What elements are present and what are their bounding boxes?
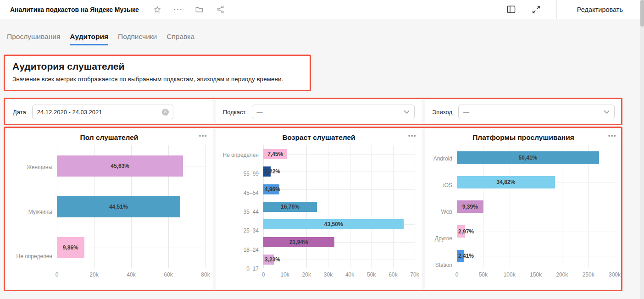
date-range-input[interactable]: 24.12.2020 - 24.03.2021 ✕ <box>32 105 173 119</box>
bar[interactable]: 45,63% <box>57 155 183 177</box>
axis-tick-label: 150k <box>530 271 542 278</box>
podcast-select[interactable]: — <box>252 105 415 119</box>
chart-title: Возраст слушателей <box>216 133 422 142</box>
x-axis: 020k40k60k80k <box>57 268 205 278</box>
chart-title: Платформы прослушивания <box>425 133 622 142</box>
dashboard-title: Аналитика подкастов на Яндекс Музыке <box>10 6 139 13</box>
dashboard-tabs: Прослушивания Аудитория Подписчики Справ… <box>7 33 194 45</box>
bar[interactable]: 7,45% <box>263 149 287 159</box>
bar[interactable]: 4,96% <box>263 184 279 194</box>
share-icon[interactable] <box>216 5 225 14</box>
bar[interactable]: 34,82% <box>457 176 555 188</box>
episode-select[interactable]: — <box>458 105 615 119</box>
scrollbar-track[interactable] <box>640 0 644 299</box>
chart-age: Возраст слушателей ••• Не определен55–99… <box>216 129 422 289</box>
folder-icon[interactable] <box>195 5 204 14</box>
bar[interactable]: 9,39% <box>457 200 483 213</box>
chart-row: 50,41% <box>457 145 615 170</box>
bar[interactable]: 2,97% <box>457 225 465 238</box>
axis-tick-label: 60k <box>164 271 172 278</box>
category-label: 55–99 <box>219 164 263 183</box>
category-label: iOS <box>428 172 457 199</box>
category-label: 25–34 <box>219 221 263 240</box>
chevron-down-icon <box>404 110 410 114</box>
bar[interactable]: 2,41% <box>457 250 464 262</box>
category-label: 18–24 <box>219 240 263 259</box>
page-title: Аудитория слушателей <box>12 61 302 72</box>
chart-menu-icon[interactable]: ••• <box>608 132 616 139</box>
gridline <box>615 145 615 268</box>
chart-row: 9,39% <box>457 194 615 219</box>
tab-audience[interactable]: Аудитория <box>70 33 108 45</box>
chart-row: 2,22% <box>263 163 415 180</box>
axis-tick-label: 100k <box>504 271 516 278</box>
favorite-star-icon[interactable] <box>153 5 162 14</box>
chart-row: 2,97% <box>457 219 615 244</box>
category-label: Другое <box>428 225 457 252</box>
axis-tick-label: 300k <box>609 271 621 278</box>
category-label: 35–44 <box>219 202 263 221</box>
scrollbar-thumb[interactable] <box>640 0 644 27</box>
bar[interactable]: 3,23% <box>263 255 274 265</box>
date-filter-label: Дата <box>13 109 26 116</box>
toggle-panel-icon[interactable] <box>507 5 516 14</box>
chart-row: 16,70% <box>263 198 415 216</box>
category-label: 45–54 <box>219 183 263 202</box>
axis-tick-label: 250k <box>583 271 594 278</box>
bar-value-label: 34,82% <box>497 179 516 185</box>
plot-area: 7,45%2,22%4,96%16,70%43,50%21,94%3,23% <box>263 145 415 268</box>
tab-subscribers[interactable]: Подписчики <box>118 33 157 45</box>
chart-row: 2,41% <box>457 244 615 268</box>
tab-help[interactable]: Справка <box>167 33 194 45</box>
chart-row: 4,96% <box>263 181 415 198</box>
bar[interactable]: 21,94% <box>263 237 334 247</box>
chart-row: 21,94% <box>263 233 415 250</box>
bar-value-label: 4,96% <box>265 186 280 193</box>
axis-tick-label: 0 <box>56 271 59 278</box>
intro-widget: Аудитория слушателей Значение всех метри… <box>5 56 310 90</box>
chart-title: Пол слушателей <box>6 133 213 142</box>
category-label: Не определен <box>219 145 263 164</box>
clear-date-icon[interactable]: ✕ <box>162 109 169 116</box>
axis-tick-label: 40k <box>127 271 135 278</box>
axis-tick-label: 0 <box>455 271 459 278</box>
tab-listens[interactable]: Прослушивания <box>7 33 60 45</box>
axis-tick-label: 50k <box>479 271 488 278</box>
chart-menu-icon[interactable]: ••• <box>199 132 207 139</box>
bar[interactable]: 43,50% <box>263 219 404 229</box>
category-label: Не определен <box>9 234 57 278</box>
category-label: Station <box>428 252 457 278</box>
axis-tick-label: 200k <box>556 271 568 278</box>
axis-tick-label: 0 <box>262 271 265 278</box>
plot-area: 50,41%34,82%9,39%2,97%2,41% <box>457 145 615 268</box>
top-bar: Аналитика подкастов на Яндекс Музыке ···… <box>0 0 644 19</box>
bar[interactable]: 9,86% <box>57 237 84 258</box>
bar[interactable]: 2,22% <box>263 166 271 177</box>
chart-row: 7,45% <box>263 145 415 163</box>
more-actions-icon[interactable]: ··· <box>174 5 183 14</box>
category-axis: AndroidiOSWebДругоеStation <box>428 145 457 278</box>
axis-tick-label: 80k <box>201 271 210 278</box>
bar[interactable]: 44,51% <box>57 196 180 217</box>
bar-value-label: 43,50% <box>324 221 343 227</box>
chart-row: 44,51% <box>57 186 205 227</box>
date-filter-card: Дата 24.12.2020 - 24.03.2021 ✕ <box>6 100 213 123</box>
podcast-select-value: — <box>252 109 404 116</box>
plot-area: 45,63%44,51%9,86% <box>57 145 205 268</box>
bar[interactable]: 50,41% <box>457 151 599 164</box>
bar[interactable]: 16,70% <box>263 202 317 212</box>
axis-tick-label: 10k <box>280 271 289 278</box>
chart-menu-icon[interactable]: ••• <box>408 132 416 139</box>
bar-value-label: 16,70% <box>281 204 300 210</box>
edit-button[interactable]: Редактировать <box>557 6 644 13</box>
bar-value-label: 2,22% <box>265 168 280 175</box>
bar-value-label: 44,51% <box>109 204 128 210</box>
category-axis: ЖенщиныМужчиныНе определен <box>9 145 57 278</box>
chart-row: 45,63% <box>57 145 205 186</box>
podcast-filter-label: Подкаст <box>223 109 246 116</box>
podcast-filter-card: Подкаст — <box>216 100 422 123</box>
chart-row: 34,82% <box>457 170 615 195</box>
bar-value-label: 21,94% <box>289 239 308 245</box>
fullscreen-icon[interactable] <box>532 5 541 14</box>
bar-value-label: 9,39% <box>462 204 478 210</box>
